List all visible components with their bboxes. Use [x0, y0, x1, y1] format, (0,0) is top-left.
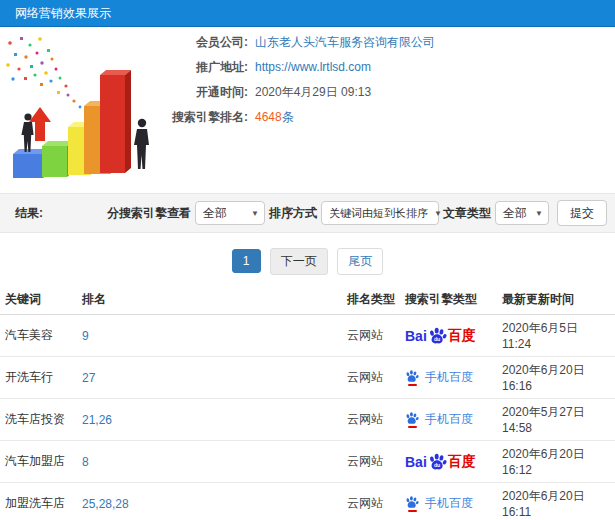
rank-cell: 25,28,28: [77, 483, 342, 520]
engine-cell: 手机百度: [400, 399, 497, 441]
chevron-down-icon: ▼: [434, 209, 442, 218]
rank-type-cell: 云网站: [342, 441, 400, 483]
field-company: 会员公司: 山东老人头汽车服务咨询有限公司: [170, 30, 435, 55]
company-link[interactable]: 山东老人头汽车服务咨询有限公司: [255, 30, 435, 55]
svg-text:du: du: [434, 336, 440, 342]
col-rank: 排名: [77, 285, 342, 315]
promotion-url-link[interactable]: https://www.lrtlsd.com: [255, 55, 371, 80]
sort-select[interactable]: 关键词由短到长排序 ▼: [321, 201, 439, 225]
table-row: 汽车加盟店 8 云网站 Bai du 百度 2020年6月20日 16:12: [0, 441, 615, 483]
page-header: 网络营销效果展示: [0, 0, 615, 27]
table-row: 洗车店投资 21,26 云网站 手机百度 2020年5月27日 14:58: [0, 399, 615, 441]
chevron-down-icon: ▼: [535, 209, 543, 218]
rank-type-cell: 云网站: [342, 399, 400, 441]
confetti-dots: [6, 37, 81, 108]
keyword-cell: 汽车美容: [0, 315, 77, 357]
open-time-label: 开通时间:: [170, 80, 248, 105]
baidu-paw-icon: du: [428, 326, 447, 345]
engine-cell: Bai du 百度: [400, 441, 497, 483]
keyword-cell: 汽车加盟店: [0, 441, 77, 483]
engine-cell: 手机百度: [400, 483, 497, 520]
baidu-paw-icon: [405, 411, 419, 425]
baidu-paw-icon: [405, 369, 419, 383]
page-title: 网络营销效果展示: [0, 0, 111, 26]
url-label: 推广地址:: [170, 55, 248, 80]
keyword-cell: 洗车店投资: [0, 399, 77, 441]
engine-cell: 手机百度: [400, 357, 497, 399]
hero-section: 会员公司: 山东老人头汽车服务咨询有限公司 推广地址: https://www.…: [0, 27, 615, 193]
rank-count-value: 4648条: [255, 105, 294, 130]
col-rank-type: 排名类型: [342, 285, 400, 315]
svg-text:du: du: [434, 462, 440, 468]
col-keyword: 关键词: [0, 285, 77, 315]
filter-bar: 结果: 分搜索引擎查看 全部 ▼ 排序方式 关键词由短到长排序 ▼ 文章类型 全…: [0, 193, 615, 233]
engine-cell: Bai du 百度: [400, 315, 497, 357]
pagination: 1 下一页 尾页: [0, 248, 615, 275]
rank-cell: 27: [77, 357, 342, 399]
baidu-logo: Bai du 百度: [405, 326, 476, 345]
updated-cell: 2020年6月5日 11:24: [497, 315, 615, 357]
engine-select-value: 全部: [203, 205, 227, 222]
updated-cell: 2020年6月20日 16:11: [497, 483, 615, 520]
field-open-time: 开通时间: 2020年4月29日 09:13: [170, 80, 435, 105]
last-page-button[interactable]: 尾页: [337, 248, 383, 275]
rank-type-cell: 云网站: [342, 315, 400, 357]
account-info: 会员公司: 山东老人头汽车服务咨询有限公司 推广地址: https://www.…: [170, 30, 435, 130]
mobile-baidu-logo: 手机百度: [405, 411, 473, 428]
updated-cell: 2020年6月20日 16:12: [497, 441, 615, 483]
sort-filter-label: 排序方式: [269, 205, 317, 222]
businessman-right: [134, 119, 149, 169]
rank-type-cell: 云网站: [342, 357, 400, 399]
col-updated: 最新更新时间: [497, 285, 615, 315]
updated-cell: 2020年5月27日 14:58: [497, 399, 615, 441]
rank-count-label: 搜索引擎排名:: [170, 105, 248, 130]
baidu-paw-icon: du: [428, 452, 447, 471]
table-header-row: 关键词 排名 排名类型 搜索引擎类型 最新更新时间: [0, 285, 615, 315]
engine-select[interactable]: 全部 ▼: [195, 201, 265, 225]
rank-cell: 8: [77, 441, 342, 483]
next-page-button[interactable]: 下一页: [270, 248, 328, 275]
rank-type-cell: 云网站: [342, 483, 400, 520]
chevron-down-icon: ▼: [251, 209, 259, 218]
field-rank-count: 搜索引擎排名: 4648条: [170, 105, 435, 130]
baidu-logo: Bai du 百度: [405, 452, 476, 471]
keyword-cell: 开洗车行: [0, 357, 77, 399]
table-row: 汽车美容 9 云网站 Bai du 百度 2020年6月5日 11:24: [0, 315, 615, 357]
sort-select-value: 关键词由短到长排序: [329, 206, 428, 221]
baidu-paw-icon: [405, 495, 419, 509]
mobile-baidu-logo: 手机百度: [405, 495, 473, 512]
rank-cell: 9: [77, 315, 342, 357]
col-engine-type: 搜索引擎类型: [400, 285, 497, 315]
updated-cell: 2020年6月20日 16:16: [497, 357, 615, 399]
type-filter-label: 文章类型: [443, 205, 491, 222]
field-url: 推广地址: https://www.lrtlsd.com: [170, 55, 435, 80]
result-label: 结果:: [15, 205, 43, 222]
type-select-value: 全部: [503, 205, 527, 222]
keyword-cell: 加盟洗车店: [0, 483, 77, 520]
ranking-table: 关键词 排名 排名类型 搜索引擎类型 最新更新时间 汽车美容 9 云网站 Bai…: [0, 285, 615, 520]
growth-chart-illustration: [0, 31, 180, 191]
up-arrow: [29, 107, 51, 141]
mobile-baidu-logo: 手机百度: [405, 369, 473, 386]
table-row: 开洗车行 27 云网站 手机百度 2020年6月20日 16:16: [0, 357, 615, 399]
company-label: 会员公司:: [170, 30, 248, 55]
article-type-select[interactable]: 全部 ▼: [495, 201, 549, 225]
submit-button[interactable]: 提交: [557, 200, 607, 226]
engine-filter-label: 分搜索引擎查看: [107, 205, 191, 222]
table-row: 加盟洗车店 25,28,28 云网站 手机百度 2020年6月20日 16:11: [0, 483, 615, 520]
rank-cell: 21,26: [77, 399, 342, 441]
page-1-button[interactable]: 1: [232, 249, 261, 273]
open-time-value: 2020年4月29日 09:13: [255, 80, 371, 105]
